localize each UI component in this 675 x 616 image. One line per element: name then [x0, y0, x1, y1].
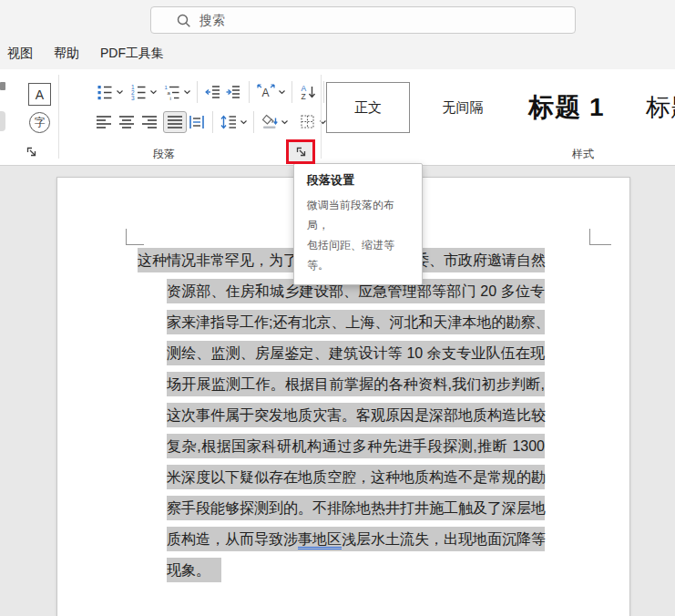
- asian-layout-icon: A: [256, 83, 276, 101]
- ribbon-tab-help[interactable]: 帮助: [54, 46, 79, 62]
- asian-layout-dropdown[interactable]: [278, 89, 286, 95]
- chevron-down-icon: [183, 89, 191, 95]
- tooltip-title: 段落设置: [307, 172, 413, 189]
- group-separator: [58, 75, 59, 159]
- ribbon-tabs: 视图帮助PDF工具集: [7, 46, 164, 62]
- character-border-label: A: [36, 87, 44, 102]
- chevron-down-icon: [116, 89, 124, 95]
- enclose-characters-button[interactable]: 字: [29, 112, 50, 133]
- separator: [212, 111, 213, 133]
- tooltip-text: 包括间距、缩进等等。: [307, 235, 413, 275]
- paragraph-dialog-launcher[interactable]: [289, 142, 312, 161]
- bullets-button[interactable]: [95, 81, 115, 103]
- align-center-icon: [118, 114, 135, 130]
- text-boundary-mark: [126, 229, 127, 245]
- annotation-red-box: [286, 139, 315, 164]
- distribute-button[interactable]: [187, 111, 207, 133]
- search-input[interactable]: [198, 12, 547, 28]
- align-center-button[interactable]: [118, 112, 136, 132]
- chevron-down-icon: [240, 119, 248, 125]
- tooltip: 段落设置 微调当前段落的布局， 包括间距、缩进等等。: [293, 163, 423, 285]
- justify-button[interactable]: [163, 111, 187, 133]
- separator: [197, 81, 198, 103]
- svg-text:A: A: [262, 87, 270, 99]
- dialog-launcher-icon: [295, 146, 307, 158]
- document-line-4[interactable]: 测绘、监测、房屋鉴定、建筑设计等 10 余支专业队伍在现: [167, 341, 545, 365]
- group-separator: [321, 75, 322, 159]
- document-line-9[interactable]: 察手段能够探测到的。不排除地热井打井施工触及了深层地: [167, 496, 545, 520]
- align-right-icon: [141, 114, 158, 130]
- title-bar: 视图帮助PDF工具集: [0, 0, 675, 69]
- style-no-spacing[interactable]: 无间隔: [417, 82, 508, 133]
- asian-layout-button[interactable]: A: [255, 81, 277, 103]
- separator: [323, 81, 324, 103]
- document-line-3[interactable]: 家来津指导工作;还有北京、上海、河北和天津本地的勘察、: [167, 310, 545, 334]
- chevron-down-icon: [278, 89, 286, 95]
- increase-indent-icon: [224, 83, 242, 101]
- search-icon: [176, 13, 192, 29]
- grammar-underline: 事地区: [298, 531, 342, 549]
- style-heading[interactable]: 标题: [629, 82, 675, 133]
- enclose-characters-label: 字: [35, 115, 46, 130]
- dialog-launcher-icon: [26, 146, 37, 158]
- word-window: 视图帮助PDF工具集 A 字: [0, 0, 675, 616]
- svg-text:Z: Z: [302, 92, 306, 101]
- numbering-dropdown[interactable]: [149, 89, 158, 95]
- document-line-10[interactable]: 质构造，从而导致涉事地区浅层水土流失，出现地面沉降等: [167, 527, 545, 551]
- character-border-button[interactable]: A: [28, 83, 51, 106]
- svg-text:i: i: [170, 96, 171, 101]
- borders-icon: [299, 113, 317, 131]
- increase-indent-button[interactable]: [223, 81, 243, 103]
- separator: [249, 81, 250, 103]
- multilevel-list-icon: 1ai: [163, 83, 181, 101]
- style-normal[interactable]: 正文: [326, 82, 410, 133]
- tooltip-text: 微调当前段落的布局，: [307, 195, 413, 235]
- document-line-7[interactable]: 复杂,根据国家科研机构通过多种先进手段探测,推断 1300: [167, 434, 545, 458]
- line-spacing-dropdown[interactable]: [240, 119, 248, 125]
- multilevel-list-dropdown[interactable]: [183, 89, 191, 95]
- decrease-indent-button[interactable]: [203, 81, 223, 103]
- styles-group-label: 样式: [561, 147, 605, 162]
- document-line-11[interactable]: 现象。: [167, 558, 221, 582]
- shading-button[interactable]: [260, 111, 280, 133]
- chevron-down-icon: [281, 119, 289, 125]
- document-line-5[interactable]: 场开展监测工作。根据目前掌握的各种资料,我们初步判断,: [167, 372, 545, 396]
- ribbon-tab-pdf-tools[interactable]: PDF工具集: [100, 46, 164, 62]
- numbering-button[interactable]: 123: [128, 81, 148, 103]
- cropped-font-group-fragment: [0, 111, 5, 131]
- text-boundary-mark: [589, 244, 611, 245]
- separator: [291, 81, 292, 103]
- bullets-icon: [96, 83, 114, 101]
- paragraph-group-row2: [95, 109, 327, 135]
- paragraph-group-label: 段落: [137, 147, 191, 162]
- ribbon: A 字 123: [0, 69, 675, 166]
- justify-icon: [167, 114, 183, 130]
- distribute-icon: [188, 113, 206, 131]
- document-line-8[interactable]: 米深度以下疑似存在地质空腔，这种地质构造不是常规的勘: [167, 465, 545, 489]
- shading-dropdown[interactable]: [281, 119, 289, 125]
- ribbon-tab-view[interactable]: 视图: [7, 46, 33, 62]
- chevron-down-icon: [149, 89, 158, 95]
- line-spacing-button[interactable]: [219, 111, 239, 133]
- shading-icon: [261, 113, 279, 131]
- separator: [253, 111, 254, 133]
- multilevel-list-button[interactable]: 1ai: [162, 81, 182, 103]
- search-box[interactable]: [150, 6, 576, 34]
- borders-button[interactable]: [298, 111, 318, 133]
- text-boundary-mark: [126, 244, 144, 245]
- align-left-icon: [96, 114, 112, 130]
- sort-button[interactable]: AZ: [298, 81, 318, 103]
- align-right-button[interactable]: [140, 112, 159, 132]
- font-dialog-launcher[interactable]: [24, 144, 38, 159]
- paragraph-group-row1: 123 1ai: [95, 80, 350, 104]
- style-heading-1[interactable]: 标题 1: [510, 82, 623, 133]
- selected-paragraph[interactable]: 这种情况非常罕见，为了搞清原因，天津市委、市政府邀请自然资源部、住房和城乡建设部…: [57, 248, 631, 589]
- document-line-6[interactable]: 这次事件属于突发地质灾害。客观原因是深部地质构造比较: [167, 403, 545, 427]
- sort-icon: AZ: [299, 83, 317, 101]
- align-left-button[interactable]: [95, 112, 113, 132]
- cropped-font-group-fragment: [0, 82, 5, 90]
- line-spacing-icon: [220, 113, 238, 131]
- bullets-dropdown[interactable]: [116, 89, 124, 95]
- text-boundary-mark: [589, 229, 590, 245]
- decrease-indent-icon: [204, 83, 222, 101]
